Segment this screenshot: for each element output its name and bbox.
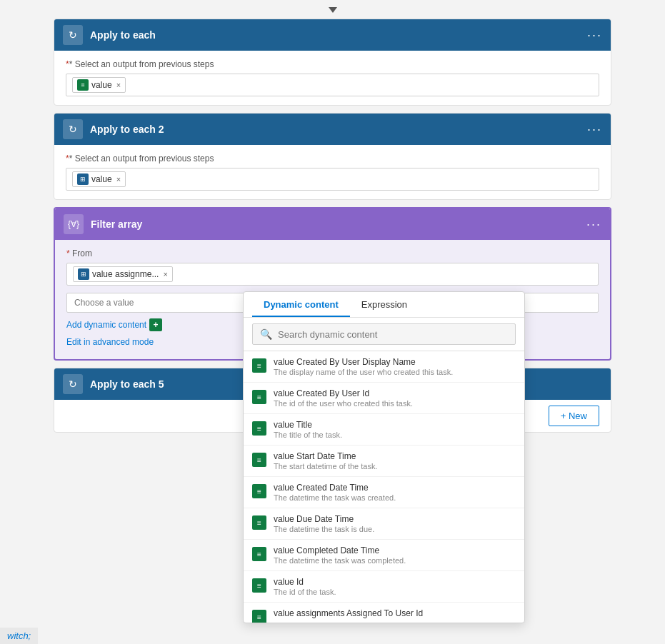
card2-token-label: value (91, 174, 112, 184)
card1-token: ≡ value × (72, 77, 126, 93)
dynamic-item-icon-3: ≡ (252, 453, 266, 467)
dynamic-item-icon-4: ≡ (252, 484, 266, 498)
card2-field-label: ** Select an output from previous steps (66, 154, 599, 163)
card2-header: ↻ Apply to each 2 ··· (54, 114, 611, 145)
dynamic-item-text-6: value Completed Date Time The datetime t… (274, 545, 406, 565)
card1-menu-button[interactable]: ··· (587, 28, 602, 43)
dynamic-content-panel: Dynamic content Expression 🔍 ≡ value Cre… (243, 291, 525, 623)
card2-token-field[interactable]: ⊞ value × (66, 168, 599, 191)
card1-token-close[interactable]: × (116, 81, 121, 89)
dynamic-items-list: ≡ value Created By User Display Name The… (244, 351, 524, 623)
dynamic-item-icon-8: ≡ (252, 610, 266, 623)
filter-title: Filter array (91, 218, 142, 230)
apply-each-icon-1: ↻ (63, 25, 83, 45)
filter-header: {∀} Filter array ··· (55, 208, 610, 240)
tab-expression[interactable]: Expression (350, 292, 419, 317)
connector-arrow (0, 0, 665, 19)
svg-marker-0 (329, 7, 337, 13)
apply-to-each-card-2: ↻ Apply to each 2 ··· ** Select an outpu… (54, 113, 611, 200)
dynamic-item-text-4: value Created Date Time The datetime the… (274, 483, 396, 502)
new-button[interactable]: + New (549, 406, 599, 426)
dynamic-item-text-0: value Created By User Display Name The d… (274, 357, 453, 376)
dynamic-item-title-5: value Due Date Time (274, 514, 374, 524)
card1-body: ** Select an output from previous steps … (54, 51, 611, 105)
dynamic-item-text-2: value Title The title of the task. (274, 420, 342, 439)
dynamic-search-area: 🔍 (244, 318, 524, 351)
card2-token-icon: ⊞ (77, 173, 89, 185)
add-dynamic-text: Add dynamic content (66, 320, 146, 330)
dynamic-item-desc-6: The datetime the task was completed. (274, 556, 406, 565)
dynamic-item-icon-5: ≡ (252, 515, 266, 530)
dynamic-list-item[interactable]: ≡ value Created Date Time The datetime t… (244, 477, 524, 508)
dynamic-item-desc-3: The start datetime of the task. (274, 462, 378, 471)
dynamic-panel-tabs: Dynamic content Expression (244, 292, 524, 318)
dynamic-item-text-7: value Id The id of the task. (274, 577, 336, 596)
card1-token-label: value (91, 80, 112, 90)
card2-header-left: ↻ Apply to each 2 (63, 119, 164, 139)
dynamic-list-item[interactable]: ≡ value Completed Date Time The datetime… (244, 540, 524, 571)
dynamic-item-title-8: value assignments Assigned To User Id (274, 608, 423, 618)
dynamic-item-title-1: value Created By User Id (274, 388, 413, 398)
card1-header: ↻ Apply to each ··· (54, 19, 611, 51)
dynamic-item-desc-5: The datetime the task is due. (274, 525, 374, 533)
card5-title: Apply to each 5 (90, 378, 164, 390)
dynamic-list-item[interactable]: ≡ value Title The title of the task. (244, 414, 524, 446)
filter-array-icon: {∀} (64, 214, 84, 234)
apply-to-each-card-1: ↻ Apply to each ··· ** Select an output … (54, 19, 611, 106)
apply-each-icon-2: ↻ (63, 119, 83, 139)
dynamic-item-icon-7: ≡ (252, 578, 266, 593)
card1-header-left: ↻ Apply to each (63, 25, 156, 45)
dynamic-item-title-2: value Title (274, 420, 342, 430)
filter-from-field[interactable]: ⊞ value assignme... × (66, 263, 599, 286)
card2-token: ⊞ value × (72, 171, 126, 187)
dynamic-search-input[interactable] (278, 329, 508, 340)
edit-advanced-mode-link[interactable]: Edit in advanced mode (66, 337, 154, 347)
dynamic-item-icon-6: ≡ (252, 547, 266, 561)
dynamic-list-item[interactable]: ≡ value Created By User Id The id of the… (244, 383, 524, 414)
card1-token-field[interactable]: ≡ value × (66, 74, 599, 96)
dynamic-item-title-0: value Created By User Display Name (274, 357, 453, 367)
dynamic-item-text-8: value assignments Assigned To User Id (274, 608, 423, 618)
card2-menu-button[interactable]: ··· (587, 122, 602, 137)
dynamic-list-item[interactable]: ≡ value Id The id of the task. (244, 571, 524, 603)
dynamic-list-item[interactable]: ≡ value Created By User Display Name The… (244, 351, 524, 383)
dynamic-list-item[interactable]: ≡ value assignments Assigned To User Id (244, 603, 524, 623)
tab-dynamic-content[interactable]: Dynamic content (252, 292, 350, 317)
dynamic-item-desc-1: The id of the user who created this task… (274, 399, 413, 408)
main-container: ↻ Apply to each ··· ** Select an output … (0, 0, 665, 644)
card1-token-icon: ≡ (77, 79, 89, 91)
dynamic-item-icon-1: ≡ (252, 390, 266, 404)
card1-field-label: ** Select an output from previous steps (66, 59, 599, 69)
search-input-wrap: 🔍 (252, 323, 516, 345)
bottom-text: witch; (0, 628, 38, 644)
card2-body: ** Select an output from previous steps … (54, 145, 611, 199)
card2-title: Apply to each 2 (90, 124, 164, 135)
dynamic-list-item[interactable]: ≡ value Start Date Time The start dateti… (244, 446, 524, 477)
dynamic-item-text-3: value Start Date Time The start datetime… (274, 451, 378, 471)
dynamic-item-title-4: value Created Date Time (274, 483, 396, 493)
search-icon: 🔍 (260, 328, 272, 340)
card2-token-close[interactable]: × (116, 175, 121, 183)
filter-header-left: {∀} Filter array (64, 214, 142, 234)
filter-token: ⊞ value assignme... × (73, 266, 173, 282)
dynamic-item-title-3: value Start Date Time (274, 451, 378, 461)
filter-token-label: value assignme... (92, 269, 159, 279)
dynamic-item-desc-0: The display name of the user who created… (274, 368, 453, 376)
dynamic-item-text-1: value Created By User Id The id of the u… (274, 388, 413, 408)
dynamic-item-desc-2: The title of the task. (274, 431, 342, 439)
dynamic-list-item[interactable]: ≡ value Due Date Time The datetime the t… (244, 508, 524, 540)
filter-menu-button[interactable]: ··· (586, 217, 601, 232)
filter-token-close[interactable]: × (163, 270, 167, 278)
dynamic-item-icon-2: ≡ (252, 421, 266, 436)
dynamic-item-title-6: value Completed Date Time (274, 545, 406, 555)
card1-title: Apply to each (90, 29, 156, 41)
filter-from-label: * From (66, 248, 599, 258)
dynamic-item-desc-7: The id of the task. (274, 588, 336, 596)
dynamic-item-title-7: value Id (274, 577, 336, 587)
add-dynamic-icon: + (149, 318, 162, 331)
apply-each-icon-5: ↻ (63, 374, 83, 394)
filter-token-icon: ⊞ (78, 268, 89, 280)
dynamic-item-text-5: value Due Date Time The datetime the tas… (274, 514, 374, 533)
dynamic-item-desc-4: The datetime the task was created. (274, 493, 396, 502)
dynamic-item-icon-0: ≡ (252, 358, 266, 373)
